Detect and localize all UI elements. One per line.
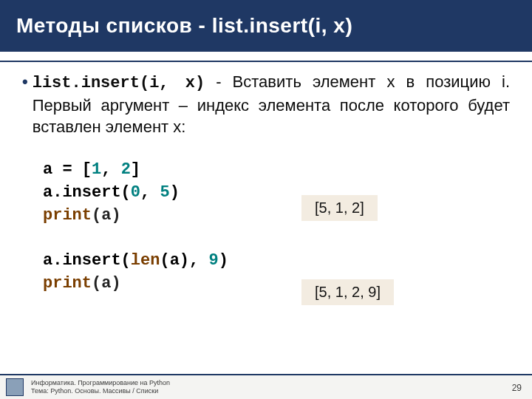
code-blank — [43, 227, 510, 250]
code-block: a = [1, 2] a.insert(0, 5) print(a) a.ins… — [43, 159, 510, 296]
slide: Методы списков - list.insert(i, x) • lis… — [0, 0, 532, 399]
bullet-text: list.insert(i, x) - Вставить элемент x в… — [33, 71, 510, 138]
code-line-2: a.insert(0, 5) — [43, 182, 510, 205]
code-line-1: a = [1, 2] — [43, 159, 510, 182]
bullet-marker: • — [22, 71, 28, 138]
output-box-1: [5, 1, 2] — [301, 195, 378, 221]
bullet-code: list.insert(i, x) — [33, 74, 205, 92]
page-number: 29 — [512, 383, 522, 393]
code-line-4: a.insert(len(a), 9) — [43, 250, 510, 273]
bullet-item: • list.insert(i, x) - Вставить элемент x… — [22, 71, 510, 138]
footer: Информатика. Программирование на Python … — [0, 374, 532, 399]
title-underline — [0, 61, 532, 62]
footer-line2: Тема: Python. Основы. Массивы / Списки — [31, 387, 170, 395]
slide-body: • list.insert(i, x) - Вставить элемент x… — [22, 71, 510, 296]
title-bar: Методы списков - list.insert(i, x) — [0, 0, 532, 52]
output-box-2: [5, 1, 2, 9] — [301, 279, 394, 305]
footer-line1: Информатика. Программирование на Python — [31, 379, 170, 387]
code-line-5: print(a) — [43, 273, 510, 296]
footer-logo — [6, 378, 24, 396]
footer-text: Информатика. Программирование на Python … — [31, 379, 170, 395]
code-line-3: print(a) — [43, 205, 510, 228]
slide-title: Методы списков - list.insert(i, x) — [16, 14, 352, 38]
